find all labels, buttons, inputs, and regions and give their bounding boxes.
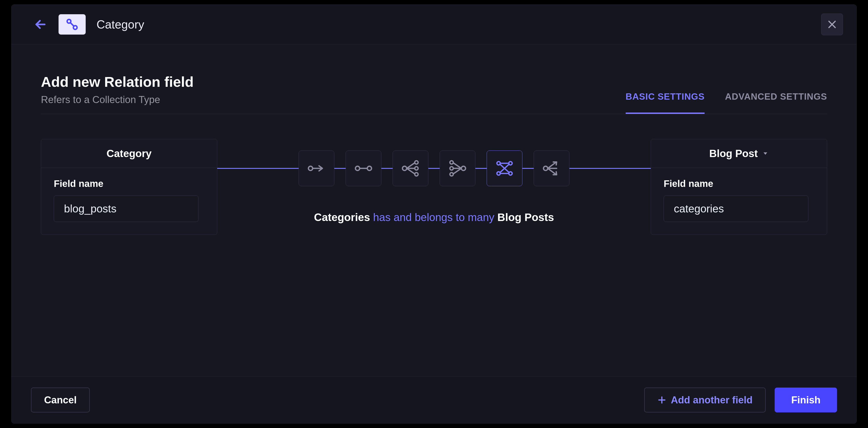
relation-one-way-button[interactable] (299, 151, 334, 186)
relation-line (217, 151, 651, 186)
cancel-button[interactable]: Cancel (31, 388, 90, 413)
svg-line-17 (407, 168, 415, 174)
modal-header: Category (11, 5, 857, 44)
relation-row: Category Field name (41, 139, 827, 235)
one-to-one-icon (353, 158, 374, 178)
close-button[interactable] (821, 13, 843, 35)
arrow-left-icon (34, 18, 47, 31)
close-icon (827, 19, 837, 30)
relation-center: Categories has and belongs to many Blog … (217, 139, 651, 235)
svg-marker-37 (764, 152, 767, 155)
target-collection-select[interactable]: Blog Post (651, 139, 827, 168)
target-collection-name: Blog Post (709, 147, 758, 160)
relation-field-modal: Category Add new Relation field Refers t… (11, 4, 857, 424)
relation-icon (65, 17, 80, 32)
relation-phrase: has and belongs to many (373, 211, 498, 223)
svg-point-18 (450, 161, 453, 164)
relation-one-to-many-button[interactable] (393, 151, 428, 186)
svg-line-34 (548, 162, 556, 168)
source-collection-name: Category (106, 147, 151, 160)
source-field-name-input[interactable] (54, 195, 198, 222)
one-way-icon (306, 158, 327, 178)
back-button[interactable] (33, 17, 48, 32)
svg-line-3 (70, 23, 74, 27)
finish-button[interactable]: Finish (775, 388, 837, 413)
svg-point-14 (415, 172, 418, 176)
many-to-one-icon (447, 158, 468, 178)
body-header-row: Add new Relation field Refers to a Colle… (41, 74, 827, 114)
svg-point-12 (415, 161, 418, 164)
target-collection-card: Blog Post Field name (651, 139, 827, 235)
target-field-label: Field name (664, 178, 814, 189)
field-type-chip (59, 14, 86, 35)
plus-icon (657, 395, 666, 404)
svg-line-22 (453, 163, 461, 168)
source-collection-card: Category Field name (41, 139, 217, 235)
page-subtitle: Refers to a Collection Type (41, 94, 194, 105)
svg-point-20 (450, 172, 453, 176)
relation-many-to-many-button[interactable] (487, 151, 522, 186)
svg-line-36 (548, 168, 556, 174)
header-title: Category (96, 18, 144, 31)
source-field-label: Field name (54, 178, 204, 189)
relation-object: Blog Posts (497, 211, 554, 223)
relation-many-way-button[interactable] (534, 151, 569, 186)
svg-line-24 (453, 168, 461, 174)
tab-basic-settings[interactable]: BASIC SETTINGS (626, 83, 705, 114)
target-field-name-input[interactable] (664, 195, 808, 222)
svg-line-15 (407, 163, 415, 168)
relation-sentence: Categories has and belongs to many Blog … (314, 211, 554, 224)
source-collection-header: Category (41, 139, 217, 168)
tab-advanced-settings[interactable]: ADVANCED SETTINGS (725, 83, 827, 114)
add-another-field-button[interactable]: Add another field (644, 388, 766, 413)
relation-one-to-one-button[interactable] (346, 151, 381, 186)
add-another-field-label: Add another field (671, 394, 753, 406)
page-title: Add new Relation field (41, 74, 194, 90)
relation-subject: Categories (314, 211, 373, 223)
modal-footer: Cancel Add another field Finish (11, 376, 857, 423)
one-to-many-icon (400, 158, 421, 178)
title-block: Add new Relation field Refers to a Colle… (41, 74, 194, 114)
relation-many-to-one-button[interactable] (440, 151, 475, 186)
many-to-many-icon (494, 158, 515, 178)
modal-body: Add new Relation field Refers to a Colle… (11, 44, 857, 376)
many-way-icon (541, 158, 562, 178)
relation-type-buttons (299, 151, 569, 186)
settings-tabs: BASIC SETTINGS ADVANCED SETTINGS (626, 83, 827, 114)
chevron-down-icon (762, 150, 769, 157)
